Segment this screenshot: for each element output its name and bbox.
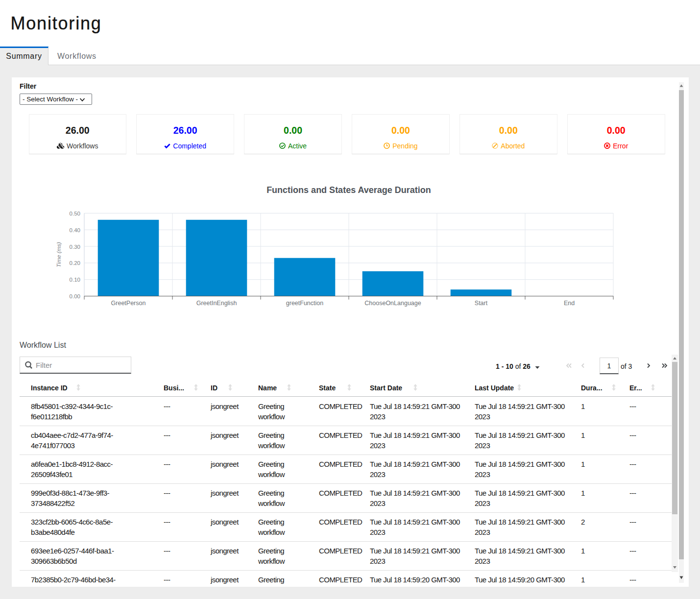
svg-text:GreetInEnglish: GreetInEnglish (196, 300, 237, 307)
svg-text:greetFunction: greetFunction (286, 300, 323, 307)
svg-text:End: End (564, 300, 575, 307)
svg-text:Start: Start (475, 300, 488, 307)
svg-text:0.20: 0.20 (70, 260, 80, 266)
svg-text:0.30: 0.30 (70, 244, 80, 250)
svg-text:ChooseOnLanguage: ChooseOnLanguage (364, 300, 421, 307)
svg-text:0.10: 0.10 (70, 277, 80, 283)
svg-text:GreetPerson: GreetPerson (111, 300, 146, 307)
svg-text:0.50: 0.50 (70, 211, 80, 216)
svg-text:Time (ms): Time (ms) (56, 242, 62, 267)
svg-text:0.40: 0.40 (70, 227, 80, 233)
svg-text:0.00: 0.00 (70, 293, 80, 299)
